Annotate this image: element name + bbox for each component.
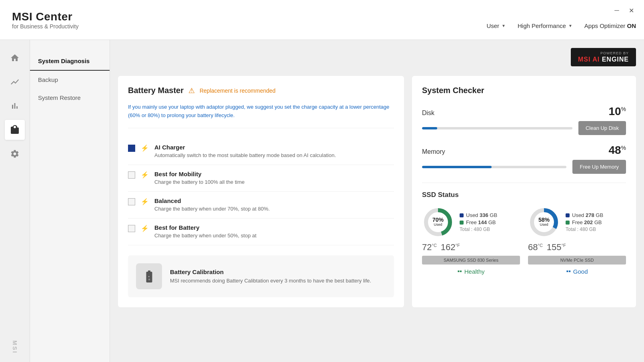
ai-charger-desc: Automatically switch to the most suitabl… [154, 152, 336, 159]
ssd-2-temp-f: 155°F [547, 242, 566, 253]
battery-option-mobility[interactable]: ⚡ Best for Mobility Charge the battery t… [128, 165, 394, 192]
ai-charger-icon: ⚡ [141, 144, 149, 152]
battery-option-balanced[interactable]: ⚡ Balanced Charge the battery when under… [128, 192, 394, 219]
ssd-1-donut: 70% Used [422, 206, 454, 238]
best-battery-name: Best for Battery [154, 224, 256, 231]
ssd-1-temp-f: 162°F [441, 242, 460, 253]
ai-engine-text: ENGINE [602, 56, 629, 63]
ai-engine-badge: POWERED BY MSI AI ENGINE [571, 48, 636, 66]
sidebar-icon-toolbox[interactable] [5, 120, 25, 140]
ssd-1-used-dot [460, 213, 464, 217]
mobility-name: Best for Mobility [154, 171, 244, 177]
balanced-name: Balanced [154, 197, 270, 204]
nav-sidebar: System Diagnosis Backup System Restore [30, 40, 110, 362]
content-columns: Battery Master ⚠ Replacement is recommen… [118, 76, 636, 307]
battery-option-best-battery[interactable]: ⚡ Best for Battery Charge the battery wh… [128, 219, 394, 245]
ssd-1-used-row: Used 336 GB [460, 212, 497, 218]
ssd-1-donut-row: 70% Used Used 336 GB [422, 206, 520, 238]
ssd-1-used-text: Used 336 GB [466, 212, 497, 218]
battery-option-ai-charger[interactable]: ⚡ AI Charger Automatically switch to the… [128, 138, 394, 165]
nav-item-backup[interactable]: Backup [30, 71, 110, 89]
content-area: POWERED BY MSI AI ENGINE Battery Master … [110, 40, 644, 362]
memory-header: Memory 48% [422, 144, 626, 157]
balanced-checkbox[interactable] [128, 198, 135, 205]
ai-engine-msi-text: MSI AI [578, 56, 600, 63]
ssd-1-temps: 72°C 162°F [422, 242, 520, 253]
app-title: MSI Center [12, 10, 79, 23]
sidebar-icon-home[interactable] [5, 48, 25, 68]
apps-optimizer-value: ON [627, 22, 636, 29]
ai-engine-powered-by: POWERED BY [600, 51, 629, 56]
ssd-cards: 70% Used Used 336 GB [422, 206, 626, 275]
ssd-2-label: NVMe PCIe SSD [528, 256, 626, 265]
ssd-1-free-row: Free 144 GB [460, 219, 497, 225]
disk-label: Disk [422, 109, 434, 117]
battery-advice: If you mainly use your laptop with adapt… [128, 103, 394, 128]
performance-dropdown[interactable]: High Performance ▼ [518, 22, 572, 29]
memory-bar-row: Free Up Memory [422, 160, 626, 174]
ssd-card-2: 58% Used Used 278 GB [528, 206, 626, 275]
disk-header: Disk 10% [422, 105, 626, 118]
calibration-icon: + [136, 263, 162, 289]
mobility-checkbox[interactable] [128, 171, 135, 179]
system-checker-title: System Checker [422, 86, 626, 95]
free-up-memory-button[interactable]: Free Up Memory [572, 160, 626, 174]
title-bar: MSI Center for Business & Productivity ─… [0, 0, 644, 40]
disk-bar-container [422, 127, 572, 129]
minimize-button[interactable]: ─ [612, 6, 622, 15]
memory-bar-container [422, 166, 566, 168]
ai-charger-content: AI Charger Automatically switch to the m… [154, 144, 336, 159]
battery-master-title: Battery Master [128, 86, 184, 95]
memory-label: Memory [422, 148, 445, 155]
ssd-1-health-icon: ▪▪ [457, 268, 462, 275]
close-button[interactable]: ✕ [626, 6, 636, 15]
sidebar-icon-settings[interactable] [5, 144, 25, 164]
balanced-content: Balanced Charge the battery when under 7… [154, 197, 270, 213]
memory-bar-fill [422, 166, 492, 168]
clean-up-disk-button[interactable]: Clean Up Disk [578, 121, 626, 135]
msi-logo-icon: MSI [12, 340, 18, 354]
best-battery-icon: ⚡ [141, 225, 149, 232]
mobility-content: Best for Mobility Charge the battery to … [154, 171, 244, 186]
ssd-1-free-text: Free 144 GB [466, 219, 496, 225]
ssd-2-temp-c: 68°C [528, 242, 543, 253]
ssd-2-stats: Used 278 GB Free 202 GB Total : 480 GB [566, 212, 603, 232]
ssd-2-temps: 68°C 155°F [528, 242, 626, 253]
sidebar-bottom: MSI [12, 340, 18, 354]
ai-charger-checkbox[interactable] [128, 145, 135, 152]
ssd-1-label: SAMSUNG SSD 830 Series [422, 256, 520, 265]
apps-optimizer-label: Apps Optimizer [584, 22, 626, 29]
sidebar-icon-stats[interactable] [5, 96, 25, 116]
performance-dropdown-arrow: ▼ [568, 24, 572, 28]
ssd-2-free-dot [566, 221, 570, 225]
sidebar-icon-performance[interactable] [5, 72, 25, 92]
ssd-2-free-row: Free 202 GB [566, 219, 603, 225]
calibration-desc: MSI recommends doing Battery Calibtation… [170, 277, 371, 285]
ssd-2-donut: 58% Used [528, 206, 560, 238]
ssd-status-title: SSD Status [422, 191, 626, 199]
user-dropdown[interactable]: User ▼ [486, 22, 506, 29]
disk-percent: 10% [608, 105, 626, 118]
apps-optimizer-control: Apps Optimizer ON [584, 22, 636, 29]
svg-text:+: + [148, 275, 150, 278]
replacement-text: Replacement is recommended [200, 88, 276, 94]
best-battery-desc: Charge the battery when under 50%, stop … [154, 232, 256, 239]
balanced-icon: ⚡ [141, 198, 149, 205]
ssd-card-1: 70% Used Used 336 GB [422, 206, 520, 275]
app-branding: MSI Center for Business & Productivity [12, 10, 79, 30]
ssd-1-stats: Used 336 GB Free 144 GB Total : 480 GB [460, 212, 497, 232]
best-battery-content: Best for Battery Charge the battery when… [154, 224, 256, 239]
best-battery-checkbox[interactable] [128, 225, 135, 232]
header-controls: User ▼ High Performance ▼ Apps Optimizer… [486, 22, 636, 29]
divider [422, 183, 626, 183]
ssd-2-used-text: Used 278 GB [572, 212, 603, 218]
disk-row: Disk 10% Clean Up Disk [422, 105, 626, 135]
user-dropdown-arrow: ▼ [502, 24, 506, 28]
nav-item-system-restore[interactable]: System Restore [30, 89, 110, 107]
warning-icon: ⚠ [188, 86, 195, 95]
main-layout: MSI System Diagnosis Backup System Resto… [0, 40, 644, 362]
nav-item-system-diagnosis[interactable]: System Diagnosis [30, 52, 110, 71]
ssd-2-used-row: Used 278 GB [566, 212, 603, 218]
svg-point-0 [148, 278, 150, 280]
ssd-1-health: ▪▪ Healthy [422, 268, 520, 275]
